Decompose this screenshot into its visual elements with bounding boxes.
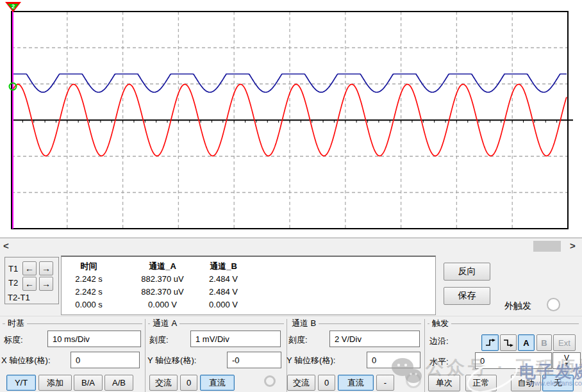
timebase-offset-label: X 轴位移(格): (1, 355, 51, 366)
channel-a-scale-label: 刻度: (149, 335, 169, 345)
horizontal-scrollbar[interactable]: < > (0, 238, 582, 254)
chevron-down-icon: ▼ (564, 362, 569, 366)
scroll-left-button[interactable]: < (3, 240, 9, 252)
t1-time-value: 2.242 s (62, 273, 116, 286)
channel-b-offset-input[interactable]: 0 (367, 352, 420, 368)
divider-3 (424, 319, 425, 392)
channel-b-minus-button[interactable]: - (376, 375, 394, 391)
timebase-ab-button[interactable]: A/B (104, 375, 133, 391)
channel-b-zero-button[interactable]: 0 (318, 375, 335, 391)
timebase-add-button[interactable]: 添加 (38, 375, 72, 391)
trigger-edge-label: 边沿: (429, 336, 449, 347)
rising-edge-icon (485, 338, 496, 347)
t2-channel-a-value: 882.370 uV (132, 286, 193, 298)
channel-a-header: 通道_A (132, 260, 193, 273)
timebase-ba-button[interactable]: B/A (74, 375, 103, 391)
timebase-yt-button[interactable]: Y/T (6, 375, 36, 391)
cursor-t1-label: T1 (8, 264, 18, 274)
t2-right-button[interactable]: → (39, 277, 53, 291)
scroll-thumb[interactable] (533, 241, 561, 252)
oscilloscope-panel: 2 < > T1 ← → T2 ← → T2-T1 时间 2.242 s 2.2… (0, 0, 582, 392)
t1-channel-a-value: 882.370 uV (132, 273, 193, 286)
channel-b-dc-button[interactable]: 直流 (338, 375, 374, 391)
channel-b-offset-label: Y 轴位移(格): (287, 355, 335, 366)
cursor-t2-t1-label: T2-T1 (8, 293, 30, 303)
channel-a-ac-button[interactable]: 交流 (149, 375, 178, 391)
cursor-t2-label: T2 (8, 278, 18, 288)
trigger-none-button[interactable]: 无 (542, 375, 574, 391)
trigger-source-ext-button[interactable]: Ext (553, 334, 576, 351)
trigger-auto-button[interactable]: 自动 (511, 375, 541, 391)
channel-a-offset-label: Y 轴位移(格): (147, 355, 196, 366)
channel-a-title: 通道 A (150, 318, 179, 328)
t2-time-value: 2.242 s (62, 286, 116, 298)
time-column: 时间 2.242 s 2.242 s 0.000 s (62, 260, 116, 311)
t2-channel-b-value: 2.484 V (193, 286, 254, 298)
measurement-table: 时间 2.242 s 2.242 s 0.000 s 通道_A 882.370 … (61, 256, 436, 315)
channel-a-scale-input[interactable]: 1 mV/Div (190, 331, 281, 347)
readout-section: T1 ← → T2 ← → T2-T1 时间 2.242 s 2.242 s 0… (0, 254, 582, 316)
channel-b-title: 通道 B (289, 318, 319, 328)
trigger-source-a-button[interactable]: A (518, 334, 535, 351)
channel-a-offset-input[interactable]: -0 (227, 352, 281, 368)
channel-b-scale-input[interactable]: 2 V/Div (329, 331, 420, 347)
ext-trigger-jack (547, 298, 560, 311)
timebase-title: 时基 (5, 318, 27, 328)
channel-a-input-jack (264, 375, 276, 387)
t1-right-button[interactable]: → (39, 261, 53, 275)
ext-trigger-label: 外触发 (504, 300, 531, 311)
t2-left-button[interactable]: ← (22, 277, 37, 291)
t2-t1-channel-a-value: 0.000 V (132, 298, 193, 311)
trigger-title: 触发 (429, 318, 451, 328)
cursor-control-box: T1 ← → T2 ← → T2-T1 (4, 257, 59, 304)
scope-display: 2 (0, 0, 582, 238)
channel-a-column: 通道_A 882.370 uV 882.370 uV 0.000 V (132, 260, 193, 311)
trigger-rising-edge-button[interactable] (481, 334, 499, 351)
t2-t1-channel-b-value: 0.000 V (193, 298, 254, 311)
channel-b-ac-button[interactable]: 交流 (287, 375, 315, 391)
falling-edge-icon (503, 338, 514, 347)
trigger-level-label: 水平: (429, 357, 449, 367)
timebase-scale-label: 标度: (4, 335, 23, 345)
channel-b-column: 通道_B 2.484 V 2.484 V 0.000 V (193, 260, 254, 311)
scroll-right-button[interactable]: > (570, 240, 576, 252)
cursor-marker-digit: 2 (12, 3, 15, 10)
t1-left-button[interactable]: ← (22, 261, 37, 275)
save-button[interactable]: 保存 (444, 287, 490, 305)
reverse-button[interactable]: 反向 (444, 263, 490, 281)
channel-b-header: 通道_B (193, 260, 254, 273)
channel-b-scale-label: 刻度: (288, 335, 308, 345)
controls-section: 时基 通道 A 通道 B 触发 标度: 10 ms/Div X 轴位移(格): … (0, 316, 582, 392)
trigger-single-button[interactable]: 单次 (428, 375, 460, 391)
timebase-offset-input[interactable]: 0 (71, 352, 140, 368)
t1-channel-b-value: 2.484 V (193, 273, 254, 286)
trigger-level-unit-dropdown[interactable]: V ▼ (553, 352, 581, 369)
trigger-source-b-button[interactable]: B (536, 334, 552, 351)
t2-t1-time-value: 0.000 s (62, 298, 116, 311)
channel-a-dc-button[interactable]: 直流 (200, 375, 235, 391)
time-header: 时间 (62, 260, 116, 273)
divider-1 (145, 319, 146, 392)
timebase-scale-input[interactable]: 10 ms/Div (47, 331, 141, 347)
channel-b-input-jack (406, 373, 421, 388)
trigger-normal-button[interactable]: 正常 (465, 375, 497, 391)
trigger-falling-edge-button[interactable] (500, 334, 517, 351)
channel-a-zero-button[interactable]: 0 (180, 375, 197, 391)
trigger-level-input[interactable]: 0 (475, 352, 552, 369)
